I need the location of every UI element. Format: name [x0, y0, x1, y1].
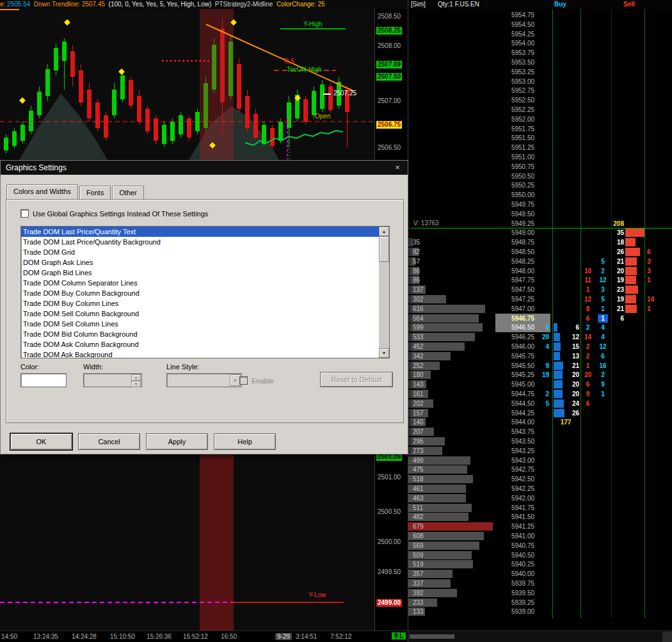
- dom-row-5941.75[interactable]: 5115941.75: [408, 503, 672, 513]
- dom-row-5941.00[interactable]: 6085941.00: [408, 531, 672, 541]
- dom-row-5952.75[interactable]: 5952.75: [408, 86, 672, 95]
- list-item-8[interactable]: Trade DOM Sell Column Background: [21, 309, 379, 319]
- list-item-0[interactable]: Trade DOM Last Price/Quantity Text: [21, 227, 379, 237]
- dom-row-5940.25[interactable]: 5195940.25: [408, 559, 672, 569]
- dom-row-5952.00[interactable]: 5952.00: [408, 115, 672, 124]
- graphics-items-list[interactable]: ▲ ▼ Trade DOM Last Price/Quantity TextTr…: [20, 226, 390, 358]
- dom-row-5947.50[interactable]: 1375947.501323: [408, 285, 672, 294]
- dom-row-5950.00[interactable]: 5950.00: [408, 190, 672, 200]
- dom-row-5949.50[interactable]: 5949.50: [408, 209, 672, 219]
- dom-row-5945.50[interactable]: 2525945.50921116: [408, 361, 672, 371]
- dom-row-5951.25[interactable]: 5951.25: [408, 143, 672, 152]
- use-global-settings-checkbox[interactable]: Use Global Graphics Settings Instead Of …: [20, 209, 208, 218]
- dialog-titlebar[interactable]: Graphics Settings ×: [1, 161, 408, 175]
- dom-row-5940.50[interactable]: 5095940.50: [408, 550, 672, 560]
- list-item-5[interactable]: Trade DOM Column Separator Lines: [21, 278, 379, 288]
- dom-row-5944.50[interactable]: 2025944.505246: [408, 399, 672, 408]
- dom-row-5939.75[interactable]: 3375939.75: [408, 579, 672, 588]
- dom-row-5946.25[interactable]: 5335946.252012144: [408, 332, 672, 342]
- dom-row-5946.00[interactable]: 4525946.00415212: [408, 342, 672, 351]
- list-item-7[interactable]: Trade DOM Buy Column Lines: [21, 298, 379, 309]
- dom-row-5944.25[interactable]: 1575944.2526: [408, 408, 672, 418]
- dom-row-5950.75[interactable]: 5950.75: [408, 162, 672, 172]
- list-item-4[interactable]: DOM Graph Bid Lines: [21, 268, 379, 278]
- list-item-9[interactable]: Trade DOM Sell Column Lines: [21, 319, 379, 329]
- dom-row-5948.25[interactable]: 575948.255213: [408, 257, 672, 266]
- dom-row-5954.50[interactable]: 5954.50: [408, 20, 672, 29]
- list-item-1[interactable]: Trade DOM Last Price/Quantity Background: [21, 237, 379, 247]
- scroll-thumb[interactable]: [379, 236, 389, 262]
- list-item-6[interactable]: Trade DOM Buy Column Background: [21, 288, 379, 298]
- reset-to-default-button[interactable]: Reset to Default: [320, 372, 393, 387]
- dom-row-5943.00[interactable]: 4995943.00: [408, 456, 672, 465]
- cancel-button[interactable]: Cancel: [78, 433, 140, 450]
- dom-row-5954.75[interactable]: 5954.75: [408, 10, 672, 20]
- dom-row-5949.25[interactable]: 5949.25208: [408, 219, 672, 229]
- dom-row-5946.75[interactable]: 5645946.75616: [408, 314, 672, 323]
- dom-row-5941.50[interactable]: 4825941.50: [408, 512, 672, 522]
- list-item-11[interactable]: Trade DOM Ask Column Background: [21, 339, 379, 349]
- checkbox-box-icon[interactable]: [239, 376, 248, 385]
- dom-row-5943.50[interactable]: 2955943.50: [408, 437, 672, 446]
- dom-row-5951.75[interactable]: 5951.75: [408, 124, 672, 134]
- list-scrollbar[interactable]: ▲ ▼: [379, 227, 389, 358]
- list-item-12[interactable]: Trade DOM Ask Background: [21, 349, 379, 358]
- dom-row-5952.25[interactable]: 5952.25: [408, 105, 672, 115]
- dom-row-5954.25[interactable]: 5954.25: [408, 29, 672, 39]
- buy-column-header[interactable]: Buy: [554, 0, 566, 9]
- sell-column-header[interactable]: Sell: [623, 0, 635, 9]
- dom-row-5948.00[interactable]: 865948.00102203: [408, 266, 672, 276]
- tab-colors-and-widths[interactable]: Colors and Widths: [6, 184, 78, 199]
- dom-row-5950.50[interactable]: 5950.50: [408, 172, 672, 181]
- spin-up-icon[interactable]: ▲: [131, 374, 141, 381]
- dom-row-5940.75[interactable]: 5695940.75: [408, 541, 672, 550]
- dom-row-5953.25[interactable]: 5953.25: [408, 67, 672, 77]
- dom-row-5953.50[interactable]: 5953.50: [408, 58, 672, 67]
- dom-row-5951.50[interactable]: 5951.50: [408, 133, 672, 143]
- help-button[interactable]: Help: [214, 433, 276, 450]
- scroll-thumb[interactable]: [410, 634, 454, 639]
- checkbox-box-icon[interactable]: [20, 209, 29, 218]
- enable-checkbox[interactable]: Enable: [239, 376, 273, 385]
- dom-row-5947.25[interactable]: 3025947.251251914: [408, 294, 672, 304]
- dom-row-5944.00[interactable]: 1405944.00177: [408, 417, 672, 427]
- width-spinner[interactable]: ▲ ▼: [83, 373, 142, 387]
- dom-row-5949.75[interactable]: 5949.75: [408, 200, 672, 209]
- dom-row-5952.50[interactable]: 5952.50: [408, 95, 672, 105]
- dom-row-5942.25[interactable]: 4615942.25: [408, 484, 672, 494]
- close-icon[interactable]: ×: [392, 161, 403, 175]
- dom-row-5945.00[interactable]: 1435945.002069: [408, 380, 672, 389]
- dom-row-5943.25[interactable]: 2735943.25: [408, 446, 672, 456]
- dom-row-5946.50[interactable]: 5995946.505624: [408, 323, 672, 332]
- dom-horizontal-scrollbar[interactable]: [408, 630, 672, 642]
- dom-row-5950.25[interactable]: 5950.25: [408, 181, 672, 190]
- dom-row-5944.75[interactable]: 1615944.7522091: [408, 389, 672, 399]
- dom-row-5949.00[interactable]: 5949.0035: [408, 228, 672, 237]
- spin-down-icon[interactable]: ▼: [131, 381, 141, 387]
- dom-row-5948.75[interactable]: 355948.7518: [408, 237, 672, 247]
- dom-row-5948.50[interactable]: 825948.50266: [408, 247, 672, 257]
- dom-row-5941.25[interactable]: 6795941.25: [408, 522, 672, 531]
- list-item-3[interactable]: DOM Graph Ask Lines: [21, 257, 379, 268]
- line-style-dropdown[interactable]: ▼: [166, 373, 242, 387]
- tab-other[interactable]: Other: [112, 186, 144, 199]
- list-item-2[interactable]: Trade DOM Grid: [21, 247, 379, 257]
- dom-row-5947.00[interactable]: 6165947.0081211: [408, 304, 672, 314]
- dom-row-5942.50[interactable]: 5185942.50: [408, 474, 672, 484]
- dom-row-5954.00[interactable]: 5954.00: [408, 38, 672, 48]
- dom-row-5953.75[interactable]: 5953.75: [408, 48, 672, 58]
- dom-row-5951.00[interactable]: 5951.00: [408, 152, 672, 162]
- dom-row-5942.00[interactable]: 4635942.00: [408, 494, 672, 503]
- tab-fonts[interactable]: Fonts: [79, 186, 111, 199]
- dom-row-5943.75[interactable]: 2075943.75: [408, 427, 672, 437]
- dom-row-5953.00[interactable]: 5953.00: [408, 77, 672, 86]
- list-item-10[interactable]: Trade DOM Bid Column Background: [21, 329, 379, 339]
- dom-row-5947.75[interactable]: 865947.751112191: [408, 275, 672, 285]
- dom-row-5942.75[interactable]: 4755942.75: [408, 465, 672, 474]
- dom-row-5939.25[interactable]: 2335939.25: [408, 598, 672, 607]
- dom-row-5940.00[interactable]: 3575940.00: [408, 569, 672, 579]
- ok-button[interactable]: OK: [10, 433, 72, 450]
- dom-row-5945.75[interactable]: 3425945.751326: [408, 351, 672, 361]
- dom-row-5939.50[interactable]: 3925939.50: [408, 588, 672, 598]
- color-swatch[interactable]: [20, 373, 67, 387]
